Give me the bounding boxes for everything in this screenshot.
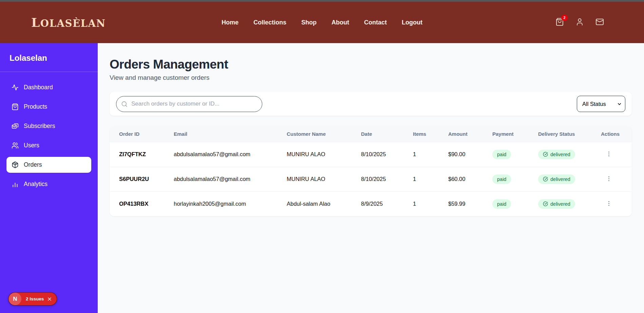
- sidebar-item-orders[interactable]: Orders: [6, 157, 91, 173]
- row-actions-button[interactable]: [603, 200, 615, 208]
- payment-status-badge: paid: [492, 199, 511, 209]
- table-row: ZI7QFTKZ abdulsalamalao57@gmail.com MUNI…: [110, 142, 632, 167]
- amount-cell: $59.99: [448, 191, 492, 216]
- delivery-cell: delivered: [538, 142, 601, 167]
- table-row: OP413RBX horlayinkah2005@gmail.com Abdul…: [110, 191, 632, 216]
- issues-count-label: 2 Issues: [26, 296, 44, 301]
- payment-status-badge: paid: [492, 150, 511, 159]
- dev-issues-badge[interactable]: N 2 Issues: [8, 292, 57, 306]
- col-amount: Amount: [448, 126, 492, 142]
- payment-cell: paid: [492, 167, 538, 191]
- brand-logo[interactable]: LOLASÈLAN: [31, 15, 106, 30]
- date-cell: 8/9/2025: [361, 191, 413, 216]
- payment-status-badge: paid: [492, 174, 511, 184]
- status-filter-select[interactable]: All Status: [577, 96, 625, 112]
- delivery-status-text: delivered: [550, 201, 570, 207]
- date-cell: 8/10/2025: [361, 167, 413, 191]
- table-row: S6PUUR2U abdulsalamalao57@gmail.com MUNI…: [110, 167, 632, 191]
- order-id-cell: OP413RBX: [110, 191, 174, 216]
- admin-sidebar: Lolaselan Dashboard Products Subscribers…: [0, 43, 98, 313]
- sidebar-nav: Dashboard Products Subscribers Users Ord…: [0, 72, 98, 192]
- kebab-menu-icon: [606, 151, 612, 157]
- delivery-status-badge: delivered: [538, 174, 575, 184]
- messages-button[interactable]: [595, 18, 604, 27]
- nav-collections[interactable]: Collections: [253, 19, 286, 26]
- col-payment: Payment: [492, 126, 538, 142]
- sidebar-item-label: Subscribers: [24, 123, 55, 130]
- page-subtitle: View and manage customer orders: [110, 74, 632, 81]
- filters-card: All Status: [110, 92, 632, 116]
- amount-cell: $60.00: [448, 167, 492, 191]
- actions-cell: [601, 191, 632, 216]
- search-icon: [121, 101, 128, 107]
- sidebar-item-label: Analytics: [24, 181, 48, 188]
- customer-cell: MUNIRU ALAO: [287, 142, 361, 167]
- sidebar-item-dashboard[interactable]: Dashboard: [6, 79, 91, 95]
- check-circle-icon: [543, 201, 548, 206]
- sidebar-item-products[interactable]: Products: [6, 99, 91, 115]
- customer-cell: Abdul-salam Alao: [287, 191, 361, 216]
- sidebar-item-label: Orders: [24, 161, 42, 168]
- col-customer-name: Customer Name: [287, 126, 361, 142]
- orders-table-card: Order ID Email Customer Name Date Items …: [110, 126, 632, 216]
- email-cell: abdulsalamalao57@gmail.com: [174, 167, 287, 191]
- delivery-status-text: delivered: [550, 152, 570, 157]
- customer-cell: MUNIRU ALAO: [287, 167, 361, 191]
- delivery-status-text: delivered: [550, 177, 570, 182]
- account-button[interactable]: [575, 18, 584, 27]
- top-navigation: Home Collections Shop About Contact Logo…: [222, 19, 422, 26]
- shopping-bag-icon: [12, 103, 19, 110]
- status-filter-wrap: All Status: [577, 96, 625, 112]
- col-items: Items: [413, 126, 448, 142]
- sidebar-item-users[interactable]: Users: [6, 137, 91, 153]
- amount-cell: $90.00: [448, 142, 492, 167]
- top-header: LOLASÈLAN Home Collections Shop About Co…: [0, 2, 644, 43]
- user-icon: [575, 18, 584, 26]
- nav-home[interactable]: Home: [222, 19, 239, 26]
- kebab-menu-icon: [606, 200, 612, 207]
- mails-icon: [12, 123, 19, 130]
- sidebar-item-label: Products: [24, 103, 47, 110]
- sidebar-item-subscribers[interactable]: Subscribers: [6, 118, 91, 134]
- nav-contact[interactable]: Contact: [364, 19, 387, 26]
- close-icon[interactable]: [47, 297, 52, 301]
- package-icon: [12, 161, 19, 168]
- table-header-row: Order ID Email Customer Name Date Items …: [110, 126, 632, 142]
- kebab-menu-icon: [606, 176, 612, 182]
- email-cell: horlayinkah2005@gmail.com: [174, 191, 287, 216]
- users-icon: [12, 142, 19, 149]
- actions-cell: [601, 142, 632, 167]
- orders-page: Orders Management View and manage custom…: [98, 43, 644, 313]
- page-title: Orders Management: [110, 57, 632, 72]
- delivery-cell: delivered: [538, 191, 601, 216]
- cart-button[interactable]: 2: [555, 18, 564, 27]
- col-order-id: Order ID: [110, 126, 174, 142]
- activity-icon: [12, 84, 19, 91]
- sidebar-title: Lolaselan: [0, 43, 98, 72]
- items-cell: 1: [413, 142, 448, 167]
- bar-chart-icon: [12, 181, 19, 188]
- cart-count-badge: 2: [561, 15, 568, 21]
- nav-about[interactable]: About: [332, 19, 349, 26]
- payment-cell: paid: [492, 191, 538, 216]
- order-id-cell: S6PUUR2U: [110, 167, 174, 191]
- col-delivery-status: Delivery Status: [538, 126, 601, 142]
- search-orders-input[interactable]: [116, 96, 262, 112]
- nav-logout[interactable]: Logout: [402, 19, 422, 26]
- row-actions-button[interactable]: [603, 175, 615, 184]
- header-icons: 2: [555, 18, 604, 27]
- sidebar-item-analytics[interactable]: Analytics: [6, 176, 91, 192]
- order-id-cell: ZI7QFTKZ: [110, 142, 174, 167]
- col-actions: Actions: [601, 126, 632, 142]
- check-circle-icon: [543, 152, 548, 157]
- check-circle-icon: [543, 177, 548, 182]
- nav-shop[interactable]: Shop: [301, 19, 317, 26]
- col-email: Email: [174, 126, 287, 142]
- row-actions-button[interactable]: [603, 150, 615, 159]
- sidebar-item-label: Users: [24, 142, 39, 149]
- delivery-status-badge: delivered: [538, 150, 575, 159]
- payment-status-text: paid: [497, 152, 506, 157]
- orders-table: Order ID Email Customer Name Date Items …: [110, 126, 632, 216]
- payment-cell: paid: [492, 142, 538, 167]
- mail-icon: [595, 18, 604, 26]
